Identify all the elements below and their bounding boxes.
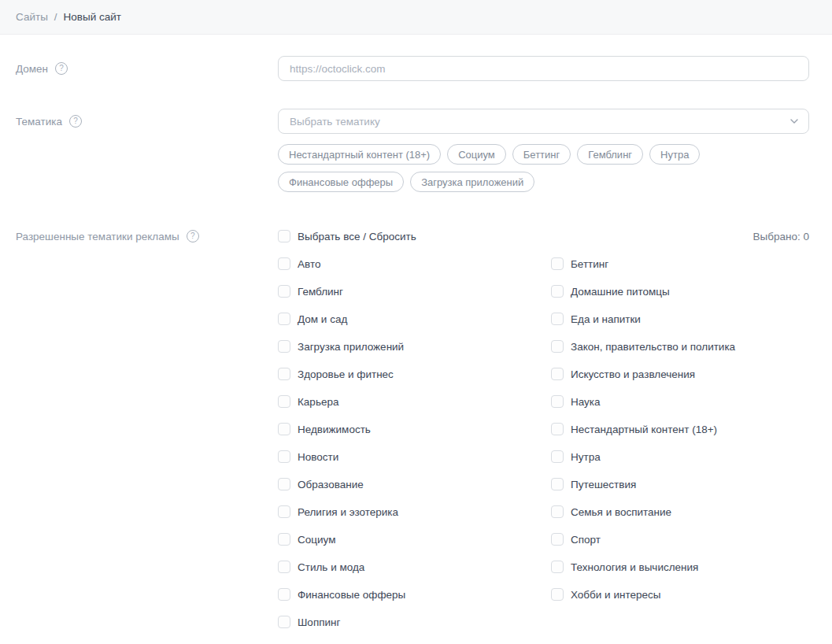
theme-checkbox[interactable] [278,561,290,573]
theme-checkbox[interactable] [278,313,290,325]
theme-label-group: Тематика ? [16,109,278,134]
theme-checkbox-row[interactable]: Беттинг [551,257,809,270]
theme-checkbox-label: Закон, правительство и политика [571,341,735,353]
theme-checkbox[interactable] [551,285,564,298]
theme-checkbox[interactable] [278,478,290,490]
domain-label-group: Домен ? [16,56,278,81]
theme-checkbox-row[interactable]: Нестандартный контент (18+) [551,423,809,435]
select-all-checkbox-row[interactable]: Выбрать все / Сбросить [278,230,416,242]
theme-chip[interactable]: Беттинг [512,144,571,165]
theme-checkbox-row[interactable]: Социум [278,533,551,546]
theme-chip[interactable]: Загрузка приложений [410,172,534,192]
theme-checkbox[interactable] [551,450,564,463]
allowed-themes-row: Разрешенные тематики рекламы ? Выбрать в… [16,230,809,643]
theme-checkbox[interactable] [551,478,564,490]
theme-checkbox-label: Технология и вычисления [571,561,698,573]
theme-checkbox[interactable] [551,340,564,353]
theme-checkbox[interactable] [278,616,290,628]
theme-checkbox[interactable] [278,368,290,380]
theme-checkbox-label: Семья и воспитание [571,506,671,518]
breadcrumb-current-page: Новый сайт [64,11,121,23]
theme-checkbox-row[interactable]: Образование [278,478,551,490]
theme-checkbox-label: Религия и эзотерика [298,506,398,518]
breadcrumb-separator: / [54,11,57,23]
theme-row: Тематика ? Выбрать тематику Нестандартны… [16,109,809,192]
theme-checkbox-row[interactable]: Шоппинг [278,616,551,628]
theme-suggestion-chips: Нестандартный контент (18+) Социум Бетти… [278,144,809,192]
theme-checkbox[interactable] [278,588,290,601]
theme-checkbox-row[interactable]: Еда и напитки [551,313,809,325]
help-icon[interactable]: ? [69,115,82,128]
theme-checkbox[interactable] [278,285,290,298]
help-icon[interactable]: ? [187,230,199,242]
theme-checkbox-row[interactable]: Карьера [278,395,551,408]
theme-checkbox-row[interactable]: Домашние питомцы [551,285,809,298]
theme-checkbox[interactable] [551,588,564,601]
theme-checkbox[interactable] [551,423,564,435]
theme-checkbox[interactable] [278,340,290,353]
allowed-themes-label: Разрешенные тематики рекламы [16,231,179,242]
theme-checkbox-row[interactable]: Недвижимость [278,423,551,435]
help-icon[interactable]: ? [55,62,68,75]
theme-checkbox[interactable] [551,395,564,408]
theme-checkbox[interactable] [278,450,290,463]
select-all-checkbox[interactable] [278,230,290,242]
allowed-themes-header: Выбрать все / Сбросить Выбрано: 0 [278,230,809,242]
theme-chip[interactable]: Финансовые офферы [278,172,404,192]
theme-checkbox-label: Гемблинг [298,286,343,298]
theme-checkbox-label: Дом и сад [298,313,347,325]
breadcrumb-sites-link[interactable]: Сайты [16,11,48,23]
theme-checkbox-label: Образование [298,479,364,490]
theme-checkbox-row[interactable]: Гемблинг [278,285,551,298]
theme-checkbox[interactable] [551,313,564,325]
theme-checkbox-row[interactable]: Искусство и развлечения [551,368,809,380]
theme-checkbox-label: Спорт [571,534,601,546]
new-site-form: Домен ? Тематика ? Выбрать тематику Нест… [0,35,832,643]
theme-checkbox-label: Авто [298,258,320,270]
theme-checkbox[interactable] [278,423,290,435]
theme-checkbox-row[interactable]: Технология и вычисления [551,561,809,573]
theme-checkbox-row[interactable]: Нутра [551,450,809,463]
theme-checkbox-row[interactable]: Загрузка приложений [278,340,551,353]
theme-checkbox-row[interactable]: Финансовые офферы [278,588,551,601]
theme-checkbox-row[interactable]: Спорт [551,533,809,546]
theme-checkbox-row[interactable]: Хобби и интересы [551,588,809,601]
theme-chip[interactable]: Гемблинг [577,144,643,165]
theme-checkbox-row[interactable]: Закон, правительство и политика [551,340,809,353]
theme-chip[interactable]: Нестандартный контент (18+) [278,144,441,165]
theme-checkbox-label: Еда и напитки [571,313,641,325]
theme-checkbox-label: Беттинг [571,258,608,270]
theme-checkbox-label: Наука [571,396,601,408]
theme-checkbox-label: Домашние питомцы [571,286,670,298]
allowed-themes-column-left: Авто Гемблинг Дом и сад [278,257,551,643]
theme-checkbox[interactable] [551,533,564,546]
allowed-themes-label-group: Разрешенные тематики рекламы ? [16,230,278,242]
theme-checkbox-row[interactable]: Авто [278,257,551,270]
theme-checkbox[interactable] [551,257,564,270]
theme-checkbox[interactable] [551,505,564,518]
theme-checkbox[interactable] [278,505,290,518]
theme-checkbox-row[interactable]: Здоровье и фитнес [278,368,551,380]
theme-checkbox-row[interactable]: Дом и сад [278,313,551,325]
theme-checkbox-label: Финансовые офферы [298,589,405,601]
theme-checkbox-row[interactable]: Наука [551,395,809,408]
theme-checkbox-label: Нестандартный контент (18+) [571,424,717,435]
theme-checkbox-label: Здоровье и фитнес [298,368,394,380]
theme-chip[interactable]: Нутра [649,144,700,165]
theme-checkbox-row[interactable]: Религия и эзотерика [278,505,551,518]
allowed-themes-columns: Авто Гемблинг Дом и сад [278,257,809,643]
theme-checkbox-row[interactable]: Новости [278,450,551,463]
theme-checkbox[interactable] [551,561,564,573]
theme-select[interactable]: Выбрать тематику [278,109,809,134]
domain-row: Домен ? [16,56,809,81]
theme-checkbox[interactable] [278,533,290,546]
theme-chip[interactable]: Социум [447,144,506,165]
domain-input[interactable] [278,56,809,81]
theme-checkbox-row[interactable]: Путешествия [551,478,809,490]
theme-checkbox-label: Шоппинг [298,616,340,628]
theme-checkbox[interactable] [278,395,290,408]
theme-checkbox[interactable] [551,368,564,380]
theme-checkbox-row[interactable]: Стиль и мода [278,561,551,573]
theme-checkbox-row[interactable]: Семья и воспитание [551,505,809,518]
theme-checkbox[interactable] [278,257,290,270]
